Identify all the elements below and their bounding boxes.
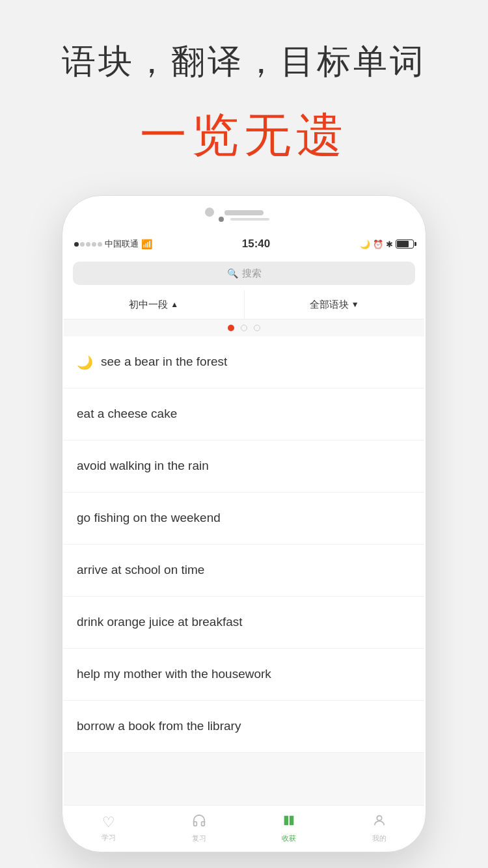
phrase-text-2: eat a cheese cake	[77, 405, 177, 423]
main-title: 语块，翻译，目标单词	[0, 39, 488, 85]
dot-3	[254, 325, 260, 331]
tab-study[interactable]: ♡ 学习	[64, 806, 154, 850]
status-bar: 中国联通 📶 15:40 🌙 ⏰ ✱	[64, 232, 424, 256]
signal-dots	[74, 242, 102, 247]
phrase-item-8[interactable]: borrow a book from the library	[64, 701, 424, 753]
carrier-label: 中国联通	[105, 238, 139, 250]
bluetooth-icon: ✱	[386, 239, 393, 249]
filter-level-label: 初中一段	[129, 299, 168, 311]
phrase-item-4[interactable]: go fishing on the weekend	[64, 493, 424, 545]
user-icon	[372, 813, 386, 832]
page-dot-1	[219, 217, 224, 222]
tab-study-label: 学习	[102, 833, 116, 843]
tab-review[interactable]: 复习	[154, 806, 245, 850]
signal-dot-4	[92, 242, 96, 247]
phrase-item-1[interactable]: 🌙 see a bear in the forest	[64, 336, 424, 388]
search-placeholder: 搜索	[242, 267, 262, 280]
signal-dot-3	[86, 242, 90, 247]
tab-profile[interactable]: 我的	[334, 806, 425, 850]
headphone-icon	[192, 813, 206, 832]
phrase-text-1: see a bear in the forest	[101, 353, 227, 371]
time-display: 15:40	[242, 237, 270, 251]
phone-camera	[205, 208, 214, 217]
phrase-text-6: drink orange juice at breakfast	[77, 614, 243, 631]
tab-review-label: 复习	[192, 834, 206, 843]
status-left: 中国联通 📶	[74, 238, 152, 250]
phrase-item-6[interactable]: drink orange juice at breakfast	[64, 597, 424, 649]
battery-icon	[396, 239, 414, 249]
filter-type-label: 全部语块	[310, 299, 349, 311]
top-text-area: 语块，翻译，目标单词 一览无遗	[0, 39, 488, 167]
chevron-up-icon: ▲	[170, 300, 178, 309]
alarm-icon: ⏰	[373, 239, 383, 249]
search-bar-wrap: 🔍 搜索	[64, 256, 424, 290]
phrase-text-4: go fishing on the weekend	[77, 509, 221, 527]
page-dots-row	[64, 319, 424, 336]
phone-mockup: 中国联通 📶 15:40 🌙 ⏰ ✱ 🔍 搜索 初中一段	[62, 195, 426, 852]
signal-dot-1	[74, 242, 79, 247]
phrase-item-2[interactable]: eat a cheese cake	[64, 388, 424, 441]
phrase-item-5[interactable]: arrive at school on time	[64, 545, 424, 597]
filter-type[interactable]: 全部语块 ▼	[245, 290, 425, 319]
phrase-icon-1: 🌙	[77, 355, 93, 370]
status-right: 🌙 ⏰ ✱	[360, 239, 414, 249]
phone-top-indicator	[219, 217, 269, 222]
phone-speaker	[224, 210, 264, 215]
search-bar[interactable]: 🔍 搜索	[73, 262, 415, 285]
signal-dot-5	[98, 242, 102, 247]
heart-icon: ♡	[102, 814, 115, 831]
chevron-down-icon: ▼	[351, 300, 359, 309]
tab-collect[interactable]: 收获	[244, 806, 334, 850]
filter-bar: 初中一段 ▲ 全部语块 ▼	[64, 290, 424, 319]
book-icon	[282, 813, 296, 832]
moon-icon: 🌙	[360, 239, 370, 249]
sub-title: 一览无遗	[0, 104, 488, 167]
filter-level[interactable]: 初中一段 ▲	[64, 290, 245, 319]
phrase-list: 🌙 see a bear in the forest eat a cheese …	[64, 336, 424, 753]
dot-1	[228, 325, 234, 331]
phrase-text-5: arrive at school on time	[77, 562, 204, 579]
dot-2	[241, 325, 247, 331]
phrase-item-7[interactable]: help my mother with the housework	[64, 649, 424, 701]
svg-point-0	[377, 815, 381, 820]
search-icon: 🔍	[227, 268, 238, 278]
phrase-text-8: borrow a book from the library	[77, 718, 241, 735]
page-line	[230, 218, 269, 221]
battery-fill	[397, 241, 409, 247]
phrase-text-7: help my mother with the housework	[77, 666, 271, 683]
wifi-icon: 📶	[141, 239, 152, 249]
tab-profile-label: 我的	[372, 834, 386, 843]
phone-screen: 中国联通 📶 15:40 🌙 ⏰ ✱ 🔍 搜索 初中一段	[64, 232, 424, 850]
tab-collect-label: 收获	[282, 834, 296, 843]
phrase-text-3: avoid walking in the rain	[77, 457, 209, 475]
signal-dot-2	[80, 242, 85, 247]
phrase-item-3[interactable]: avoid walking in the rain	[64, 441, 424, 493]
tab-bar: ♡ 学习 复习	[64, 805, 424, 850]
